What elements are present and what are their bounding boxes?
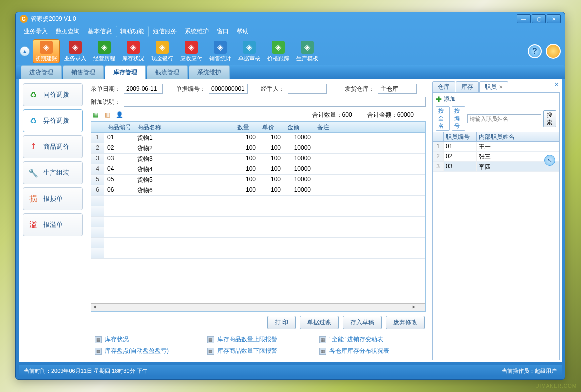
right-tab-1[interactable]: 库存 xyxy=(456,82,479,92)
right-tab-2[interactable]: 职员✕ xyxy=(479,82,508,92)
main-tab-1[interactable]: 销售管理 xyxy=(63,66,104,80)
minimize-button[interactable]: — xyxy=(517,14,531,24)
sidebar-item-2[interactable]: ⤴商品调价 xyxy=(23,136,83,158)
action-2[interactable]: 存入草稿 xyxy=(343,316,382,330)
by-fullname-button[interactable]: 按全名 xyxy=(436,106,450,131)
toolbar-6[interactable]: ◈销售统计 xyxy=(207,40,234,64)
staff-row[interactable]: 101王一 xyxy=(433,142,559,152)
sidebar-item-4[interactable]: 损报损单 xyxy=(23,188,83,210)
staff-row[interactable]: 303李四 xyxy=(433,162,559,172)
staff-header-0[interactable] xyxy=(433,132,444,142)
logo-icon[interactable] xyxy=(546,44,561,59)
grid-row[interactable] xyxy=(91,238,425,248)
toolbar-7[interactable]: ◈单据审核 xyxy=(236,40,263,64)
grid-row[interactable]: 303货物310010010000 xyxy=(91,154,425,164)
sidebar-icon-3: 🔧 xyxy=(28,168,38,178)
toolbar-8[interactable]: ◈价格跟踪 xyxy=(265,40,292,64)
add-link[interactable]: 添加 xyxy=(444,95,456,104)
action-0[interactable]: 打 印 xyxy=(267,316,296,330)
staff-row[interactable]: 202张三 xyxy=(433,152,559,162)
grid-header-6[interactable]: 备注 xyxy=(314,122,425,132)
help-icon[interactable]: ? xyxy=(528,44,542,58)
grid-row[interactable]: 202货物210010010000 xyxy=(91,144,425,154)
toolbar-9[interactable]: ◈生产模板 xyxy=(294,40,321,64)
main-tab-2[interactable]: 库存管理 xyxy=(105,66,146,80)
toolbar-3[interactable]: ◈库存状况 xyxy=(120,40,147,64)
link-icon: ▦ xyxy=(319,348,326,355)
sidebar-item-5[interactable]: 溢报溢单 xyxy=(23,214,83,236)
grid-row[interactable]: 404货物410010010000 xyxy=(91,164,425,175)
grid-row[interactable] xyxy=(91,206,425,217)
horizontal-scrollbar[interactable] xyxy=(91,304,425,312)
link-icon: ▦ xyxy=(319,336,326,344)
quicklink-2[interactable]: ▦"全能" 进销存变动表 xyxy=(319,336,422,344)
menu-3[interactable]: 辅助功能 xyxy=(116,26,149,38)
main-tab-3[interactable]: 钱流管理 xyxy=(147,66,188,80)
toolbar-1[interactable]: ◈业务录入 xyxy=(62,40,89,64)
remark-input[interactable] xyxy=(124,97,426,107)
grid-header-4[interactable]: 单价 xyxy=(259,122,284,132)
toolbar-2[interactable]: ◈经营历程 xyxy=(91,40,118,64)
grid-row[interactable] xyxy=(91,217,425,228)
grid-header-2[interactable]: 商品名称 xyxy=(134,122,234,132)
maximize-button[interactable]: ▢ xyxy=(532,14,546,24)
sidebar-item-0[interactable]: ♻同价调拨 xyxy=(23,84,83,106)
menu-1[interactable]: 数据查询 xyxy=(52,26,84,37)
toolbar-0[interactable]: ◈初期建账 xyxy=(33,40,60,64)
menu-6[interactable]: 窗口 xyxy=(213,26,233,37)
staff-grid[interactable]: 职员编号内部职员姓名 101王一202张三303李四 ↖ xyxy=(433,132,559,360)
menu-0[interactable]: 业务录入 xyxy=(20,26,52,37)
quicklink-3[interactable]: ▦库存盘点(自动盘盈盘亏) xyxy=(95,347,197,356)
grid-row[interactable] xyxy=(91,248,425,259)
toolbar-icon-3: ◈ xyxy=(127,41,140,54)
quicklink-0[interactable]: ▦库存状况 xyxy=(95,336,197,344)
titlebar[interactable]: G 管家婆2009 V1.0 — ▢ ✕ xyxy=(16,12,565,26)
warehouse-input[interactable] xyxy=(378,84,417,94)
tab-close-icon[interactable]: ✕ xyxy=(499,84,503,90)
staff-header-1[interactable]: 职员编号 xyxy=(444,132,477,142)
person-icon[interactable]: 👤 xyxy=(115,110,124,120)
sidebar-icon-2: ⤴ xyxy=(28,142,38,152)
menu-5[interactable]: 系统维护 xyxy=(181,26,213,37)
person-input[interactable] xyxy=(288,84,327,94)
quicklink-4[interactable]: ▦库存商品数量下限报警 xyxy=(207,347,310,356)
close-button[interactable]: ✕ xyxy=(547,14,561,24)
watermark: UIMAKER.COM xyxy=(535,384,577,389)
by-code-button[interactable]: 按编号 xyxy=(452,106,466,131)
action-1[interactable]: 单据过账 xyxy=(300,316,339,330)
grid-body[interactable]: 101货物110010010000202货物210010010000303货物3… xyxy=(91,133,425,304)
menu-2[interactable]: 基本信息 xyxy=(84,26,116,37)
grid-row[interactable]: 505货物510010010000 xyxy=(91,175,425,186)
grid-row[interactable]: 101货物110010010000 xyxy=(91,133,425,144)
menu-4[interactable]: 短信服务 xyxy=(149,26,181,37)
menu-7[interactable]: 帮助 xyxy=(233,26,253,37)
grid-header-1[interactable]: 商品编号 xyxy=(104,122,134,132)
grid-header-3[interactable]: 数量 xyxy=(234,122,259,132)
grid-row[interactable] xyxy=(91,196,425,206)
grid-header-0[interactable] xyxy=(91,122,104,132)
toolbar-collapse-icon[interactable]: ▲ xyxy=(20,46,30,56)
search-button[interactable]: 搜索 xyxy=(543,110,556,128)
action-3[interactable]: 废弃修改 xyxy=(386,316,425,330)
staff-header-2[interactable]: 内部职员姓名 xyxy=(477,132,559,142)
quicklink-1[interactable]: ▦库存商品数量上限报警 xyxy=(207,336,310,344)
toolbar-5[interactable]: ◈应收应付 xyxy=(178,40,205,64)
right-tab-0[interactable]: 仓库 xyxy=(432,82,455,92)
panel-close-icon[interactable]: ✕ xyxy=(553,82,560,88)
grid-icon[interactable]: ▦ xyxy=(91,110,100,120)
status-user: 超级用户 xyxy=(535,368,557,375)
toolbar-4[interactable]: ◈现金银行 xyxy=(149,40,176,64)
date-input[interactable] xyxy=(124,84,163,94)
staff-search-input[interactable] xyxy=(467,114,541,124)
grid-header-5[interactable]: 金额 xyxy=(284,122,314,132)
grid-row[interactable] xyxy=(91,228,425,238)
docno-input[interactable] xyxy=(209,84,248,94)
quicklink-5[interactable]: ▦各仓库库存分布状况表 xyxy=(319,347,422,356)
link-icon: ▦ xyxy=(207,348,214,355)
sidebar-item-1[interactable]: ♻异价调拨 xyxy=(23,110,83,132)
building-icon[interactable]: ▥ xyxy=(103,110,112,120)
main-tab-4[interactable]: 系统维护 xyxy=(189,66,230,80)
sidebar-item-3[interactable]: 🔧生产组装 xyxy=(23,162,83,184)
main-tab-0[interactable]: 进货管理 xyxy=(21,66,62,80)
grid-row[interactable]: 606货物610010010000 xyxy=(91,186,425,196)
